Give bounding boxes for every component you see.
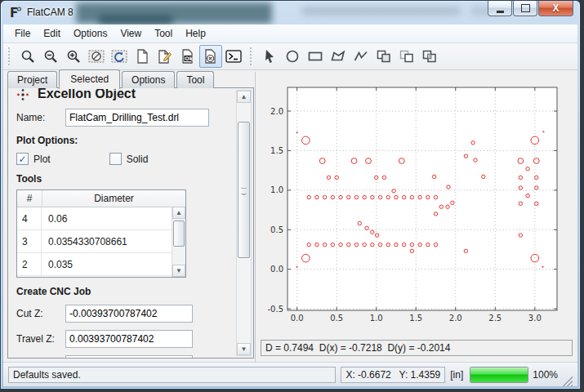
plot-checkbox-label: Plot	[33, 154, 51, 165]
tools-label: Tools	[16, 173, 234, 185]
units-label: [in]	[450, 369, 463, 381]
scroll-up-icon[interactable]: ▲	[172, 207, 185, 219]
column-header-diameter[interactable]: Diameter	[42, 190, 185, 207]
table-row[interactable]: 4 0.06	[17, 207, 185, 230]
intersect-button[interactable]	[418, 45, 441, 68]
cutz-label: Cut Z:	[16, 308, 65, 319]
scroll-down-icon[interactable]: ▼	[237, 343, 251, 355]
tool-number[interactable]: 3	[17, 230, 42, 252]
tool-number[interactable]: 4	[17, 207, 42, 229]
pointer-icon	[263, 49, 276, 64]
new-file-button[interactable]	[131, 45, 154, 68]
toolbar-grip[interactable]	[250, 47, 255, 65]
resize-grip[interactable]	[563, 376, 573, 386]
menu-edit[interactable]: Edit	[37, 25, 67, 42]
shell-button[interactable]	[222, 45, 245, 68]
selected-panel: Excellon Object Name: Plot Options: ✓ Pl…	[7, 87, 254, 359]
menu-tool[interactable]: Tool	[148, 25, 179, 42]
name-input[interactable]	[65, 109, 209, 127]
plot-svg[interactable]: 0.00.51.01.52.02.53.0-0.50.00.51.01.52.0	[259, 74, 577, 335]
tool-number[interactable]: 2	[17, 253, 42, 275]
status-message: Defaults saved.	[8, 367, 336, 383]
draw-rectangle-button[interactable]	[304, 45, 327, 68]
flatcam-logo-icon: F	[8, 5, 23, 20]
draw-circle-button[interactable]	[281, 45, 304, 68]
excellon-object-icon	[16, 88, 29, 101]
menu-options[interactable]: Options	[67, 25, 114, 42]
pointer-tool-button[interactable]	[258, 45, 281, 68]
panel-scroll-area[interactable]: Excellon Object Name: Plot Options: ✓ Pl…	[11, 88, 234, 358]
travelz-input[interactable]	[65, 330, 193, 348]
x-tick-label: 1.0	[370, 314, 383, 323]
scrollbar-thumb[interactable]	[238, 122, 250, 258]
cnc-section-title: Create CNC Job	[16, 286, 234, 297]
zoom-fit-button[interactable]	[16, 45, 39, 68]
minimize-button[interactable]	[488, 1, 512, 16]
y-tick-label: 0.0	[270, 265, 283, 274]
panel-scrollbar[interactable]: ▲ ▼	[236, 90, 252, 356]
tool-diameter[interactable]: 0.035	[42, 253, 185, 275]
y-tick-label: 1.5	[270, 146, 283, 155]
solid-checkbox-label: Solid	[127, 154, 149, 165]
title-bar[interactable]: F FlatCAM 8 X	[1, 1, 580, 24]
plot-figure[interactable]: 0.00.51.01.52.02.53.0-0.50.00.51.01.52.0	[259, 74, 577, 335]
accept-object-button[interactable]: Ok	[176, 45, 199, 68]
table-row[interactable]: 2 0.035	[17, 253, 185, 276]
progress-fill	[470, 368, 528, 382]
zoom-in-icon	[66, 49, 81, 64]
table-row[interactable]: 3 0.0354330708661	[17, 230, 185, 253]
replot-button[interactable]	[108, 45, 131, 68]
name-label: Name:	[16, 112, 65, 123]
drill-hole	[543, 131, 545, 132]
clear-plot-button[interactable]	[85, 45, 108, 68]
union-button[interactable]	[372, 45, 395, 68]
feedrate-input[interactable]	[65, 355, 193, 358]
tool-diameter[interactable]: 0.0354330708661	[42, 230, 185, 252]
tab-tool[interactable]: Tool	[176, 71, 214, 88]
svg-text:F: F	[10, 6, 18, 20]
draw-polygon-button[interactable]	[327, 45, 350, 68]
plot-checkbox[interactable]: ✓	[16, 153, 29, 165]
tools-table-header: # Diameter	[17, 190, 185, 207]
edit-object-button[interactable]	[154, 45, 176, 68]
shell-icon	[225, 50, 242, 63]
thumb-grip	[241, 188, 247, 194]
glass-smudge	[301, 7, 461, 15]
intersect-icon	[421, 49, 438, 64]
tab-selected[interactable]: Selected	[59, 69, 120, 89]
tab-options[interactable]: Options	[122, 71, 175, 88]
scroll-down-icon[interactable]: ▼	[172, 265, 185, 277]
y-tick-label: -0.5	[267, 305, 283, 314]
distance-readout: D = 0.7494 D(x) = -0.7218 D(y) = -0.2014	[261, 340, 573, 356]
drill-hole	[296, 266, 298, 268]
draw-path-button[interactable]	[350, 45, 372, 68]
path-tool-icon	[353, 49, 369, 64]
cutz-input[interactable]	[65, 305, 193, 323]
menu-view[interactable]: View	[114, 25, 148, 42]
progress-percent: 100%	[533, 369, 558, 381]
delete-object-button[interactable]	[199, 45, 222, 68]
delete-object-icon	[204, 49, 217, 64]
toolbar-grip[interactable]	[8, 47, 13, 65]
drill-hole	[542, 266, 544, 268]
tool-diameter[interactable]: 0.06	[42, 207, 185, 229]
zoom-out-button[interactable]	[39, 45, 62, 68]
subtract-button[interactable]	[395, 45, 418, 68]
maximize-button[interactable]	[513, 1, 537, 16]
scroll-up-icon[interactable]: ▲	[237, 91, 251, 103]
close-button[interactable]: X	[538, 1, 573, 16]
plot-canvas	[288, 87, 557, 310]
menu-help[interactable]: Help	[179, 25, 212, 42]
plot-panel: 0.00.51.01.52.02.53.0-0.50.00.51.01.52.0…	[255, 72, 576, 366]
accept-object-icon: Ok	[181, 49, 194, 64]
solid-checkbox[interactable]	[109, 153, 122, 165]
table-scrollbar[interactable]: ▲ ▼	[172, 207, 185, 277]
zoom-in-button[interactable]	[62, 45, 85, 68]
column-header-number[interactable]: #	[17, 190, 42, 207]
union-icon	[376, 49, 392, 64]
tab-project[interactable]: Project	[7, 71, 57, 88]
scrollbar-thumb[interactable]	[173, 220, 185, 247]
check-icon: ✓	[18, 155, 26, 163]
y-tick-label: 0.5	[270, 225, 283, 234]
menu-file[interactable]: File	[8, 25, 37, 42]
